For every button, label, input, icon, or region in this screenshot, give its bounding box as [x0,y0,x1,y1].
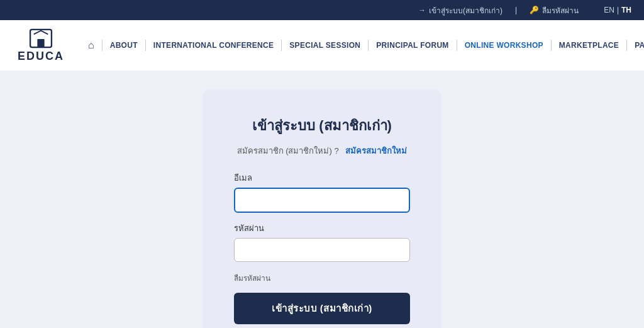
lang-separator: | [617,6,619,14]
login-icon: → [418,6,426,14]
forgot-password-link[interactable]: ลืมรหัสผ่าน [234,274,270,283]
topbar-divider: | [515,6,517,14]
nav-about[interactable]: ABOUT [104,41,144,50]
logo-text: EDUCA [18,50,64,63]
header: EDUCA ⌂ ABOUT INTERNATIONAL CONFERENCE S… [0,20,644,71]
top-bar: → เข้าสู่ระบบ(สมาชิกเก่า) | 🔑 ลืมรหัสผ่า… [0,0,644,20]
topbar-forgot-label: ลืมรหัสผ่าน [542,4,579,16]
nav-div-2 [145,40,146,51]
nav-intl-conf[interactable]: INTERNATIONAL CONFERENCE [147,41,280,50]
login-card: เข้าสู่ระบบ (สมาชิกเก่า) สมัครสมาชิก (สม… [203,89,441,328]
logo[interactable]: EDUCA [19,28,63,63]
subtitle-text: สมัครสมาชิก (สมาชิกใหม่) ? [237,146,339,156]
login-button[interactable]: เข้าสู่ระบบ (สมาชิกเก่า) [234,293,410,324]
password-form-group: รหัสผ่าน [234,222,410,262]
key-icon: 🔑 [530,6,539,14]
login-title: เข้าสู่ระบบ (สมาชิกเก่า) [252,115,392,137]
nav-home[interactable]: ⌂ [82,40,101,51]
lang-en[interactable]: EN [604,6,614,14]
topbar-login-link[interactable]: → เข้าสู่ระบบ(สมาชิกเก่า) [418,4,502,16]
nav-online-workshop[interactable]: ONLINE WORKSHOP [458,41,550,50]
topbar-forgot-link[interactable]: 🔑 ลืมรหัสผ่าน [530,4,579,16]
password-label: รหัสผ่าน [234,222,410,235]
nav-special-session[interactable]: SPECIAL SESSION [283,41,367,50]
password-input[interactable] [234,238,410,262]
nav-div-5 [457,40,457,51]
nav-div-7 [626,40,627,51]
register-link[interactable]: สมัครสมาชิกใหม่ [345,146,407,156]
language-switch: EN | TH [604,6,631,14]
nav-div-3 [281,40,282,51]
topbar-login-label: เข้าสู่ระบบ(สมาชิกเก่า) [429,4,502,16]
main-content: เข้าสู่ระบบ (สมาชิกเก่า) สมัครสมาชิก (สม… [0,71,644,328]
main-nav: ⌂ ABOUT INTERNATIONAL CONFERENCE SPECIAL… [82,37,644,54]
email-form-group: อีเมล [234,171,410,213]
nav-div-4 [368,40,369,51]
lang-th[interactable]: TH [621,6,631,14]
login-subtitle: สมัครสมาชิก (สมาชิกใหม่) ? สมัครสมาชิกให… [237,144,408,157]
nav-principal-forum[interactable]: PRINCIPAL FORUM [370,41,455,50]
logo-svg [29,28,53,48]
email-label: อีเมล [234,171,410,184]
nav-div-1 [102,40,103,51]
nav-marketplace[interactable]: MARKETPLACE [553,41,625,50]
nav-partners[interactable]: PARTNERS [628,41,644,50]
svg-rect-1 [37,38,44,47]
nav-div-6 [551,40,552,51]
email-input[interactable] [234,188,410,213]
